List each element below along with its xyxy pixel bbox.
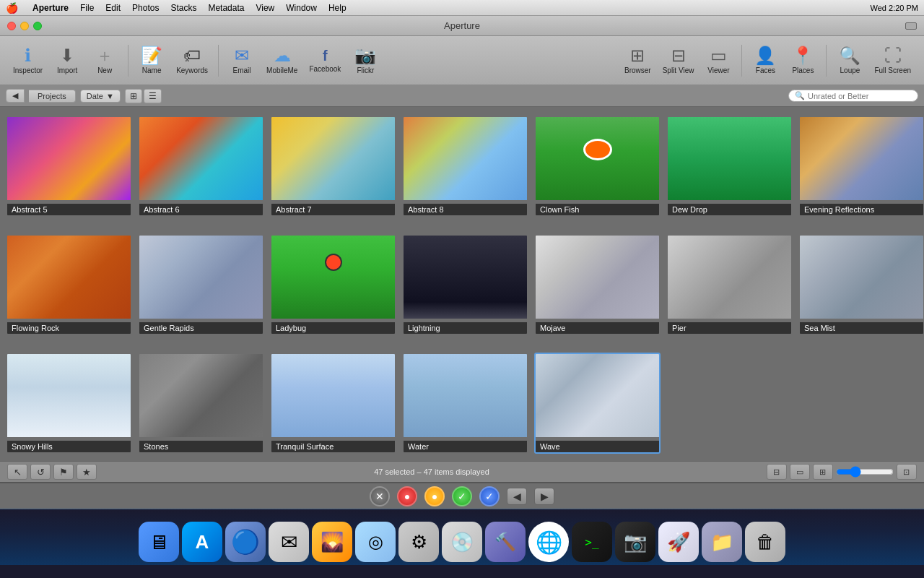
photo-abstract8[interactable]: Abstract 8 [402,116,528,217]
fullscreen-icon: ⛶ [884,47,902,64]
menu-window[interactable]: Window [286,3,317,13]
dock-xcode[interactable]: 🔨 [485,522,526,562]
clock: Wed 2:20 PM [871,4,918,12]
rate-tool-button[interactable]: ★ [77,464,97,480]
menu-help[interactable]: Help [328,3,346,13]
menu-file[interactable]: File [80,3,94,13]
red-label-button[interactable]: ● [397,486,417,506]
photo-wave[interactable]: Wave [534,353,661,454]
zoom-fit-button[interactable]: ⊡ [897,464,917,480]
photo-ladybug[interactable]: Ladybug [270,234,396,335]
inspector-button[interactable]: ℹ Inspector [9,40,47,81]
single-view-button[interactable]: ▭ [790,464,810,480]
date-selector[interactable]: Date ▼ [80,90,121,103]
flag-tool-button[interactable]: ⚑ [53,464,74,480]
reject-button[interactable]: ✕ [370,486,390,506]
dock-finder[interactable]: 🖥 [139,522,179,562]
grid-view-button[interactable]: ⊞ [125,89,142,103]
photo-snowyhills[interactable]: Snowy Hills [6,353,132,454]
dock-system-prefs[interactable]: ⚙ [398,522,439,562]
photo-label: Sea Mist [800,322,923,334]
select-tool-button[interactable]: ↖ [7,464,27,480]
loupe-button[interactable]: 🔍 Loupe [832,40,867,81]
mobileme-button[interactable]: ☁ MobileMe [262,40,302,81]
photo-seamist[interactable]: Sea Mist [798,234,924,335]
dock-dvd[interactable]: 💿 [442,522,482,562]
import-button[interactable]: ⬇ Import [50,40,84,81]
dock-camera[interactable]: 📷 [615,522,655,562]
photo-clownfish[interactable]: Clown Fish [534,116,661,217]
photo-stones[interactable]: Stones [138,353,264,454]
flickr-button[interactable]: 📷 Flickr [348,40,383,81]
dock-appstore[interactable]: A [182,522,222,562]
mobileme-label: MobileMe [266,66,297,74]
photo-abstract5[interactable]: Abstract 5 [6,116,132,217]
faces-icon: 👤 [754,47,776,64]
import-icon: ⬇ [60,47,74,64]
photo-mojave[interactable]: Mojave [534,234,661,335]
photo-dewdrop[interactable]: Dew Drop [666,116,793,217]
email-button[interactable]: ✉ Email [225,40,259,81]
projects-button[interactable]: Projects [29,90,76,103]
yellow-label-button[interactable]: ● [424,486,445,506]
dock-mail[interactable]: ✉ [269,522,309,562]
photo-tranquilsurface[interactable]: Tranquil Surface [270,353,396,454]
keywords-label: Keywords [176,66,208,74]
keywords-button[interactable]: 🏷 Keywords [172,40,212,81]
splitview-button[interactable]: ⊟ Split View [658,40,699,81]
zoom-slider[interactable] [836,466,894,478]
list-view-button[interactable]: ☰ [144,89,162,103]
green-label-button[interactable]: ✓ [452,486,472,506]
photo-abstract7[interactable]: Abstract 7 [270,116,396,217]
dock-blue-sphere[interactable]: 🔵 [225,522,266,562]
dock-aperture[interactable]: ◎ [355,522,396,562]
facebook-button[interactable]: f Facebook [305,40,345,81]
faces-button[interactable]: 👤 Faces [748,40,783,81]
dock-trash[interactable]: 🗑 [745,522,785,562]
photo-gentlerapids[interactable]: Gentle Rapids [138,234,264,335]
photo-abstract6[interactable]: Abstract 6 [138,116,264,217]
photo-lightning[interactable]: Lightning [402,234,528,335]
dock-finder2[interactable]: 📁 [702,522,742,562]
multi-view-button[interactable]: ⊞ [813,464,833,480]
photo-water[interactable]: Water [402,353,528,454]
apple-menu[interactable]: 🍎 [6,2,18,14]
dock-iphoto[interactable]: 🌄 [312,522,352,562]
close-button[interactable] [7,22,16,30]
dock-terminal[interactable]: >_ [572,522,612,562]
menu-metadata[interactable]: Metadata [208,3,244,13]
back-button[interactable]: ◀ [6,89,25,103]
xcode-icon: 🔨 [494,532,516,552]
blue-label-button[interactable]: ✓ [479,486,500,506]
name-button[interactable]: 📝 Name [134,40,169,81]
camera-icon: 📷 [624,531,647,553]
viewer-button[interactable]: ▭ Viewer [701,40,736,81]
trash-icon: 🗑 [756,531,775,553]
fullscreen-button[interactable]: ⛶ Full Screen [870,40,915,81]
search-icon: 🔍 [795,91,805,100]
new-button[interactable]: ＋ New [87,40,122,81]
minimize-button[interactable] [20,22,29,30]
menu-stacks[interactable]: Stacks [170,3,196,13]
photo-eveningreflections[interactable]: Evening Reflections [798,116,924,217]
next-photo-button[interactable]: ▶ [534,488,554,505]
menu-photos[interactable]: Photos [132,3,159,13]
rotate-tool-button[interactable]: ↺ [30,464,51,480]
places-button[interactable]: 📍 Places [785,40,820,81]
compare-button[interactable]: ⊟ [767,464,787,480]
import-label: Import [57,66,77,74]
browser-button[interactable]: ⊞ Browser [620,40,655,81]
photo-flowingrock[interactable]: Flowing Rock [6,234,132,335]
dock-launchpad[interactable]: 🚀 [658,522,699,562]
secondary-toolbar: ◀ Projects Date ▼ ⊞ ☰ 🔍 [0,85,924,107]
search-input[interactable] [808,92,912,100]
menu-view[interactable]: View [256,3,274,13]
prev-photo-button[interactable]: ◀ [507,488,527,505]
photo-label: Abstract 8 [404,204,527,215]
titlebar: Aperture [0,16,924,36]
dock-chrome[interactable]: 🌐 [528,522,569,562]
photo-pier[interactable]: Pier [666,234,793,335]
menu-edit[interactable]: Edit [105,3,121,13]
expand-button[interactable] [905,22,917,30]
zoom-button[interactable] [33,22,42,30]
